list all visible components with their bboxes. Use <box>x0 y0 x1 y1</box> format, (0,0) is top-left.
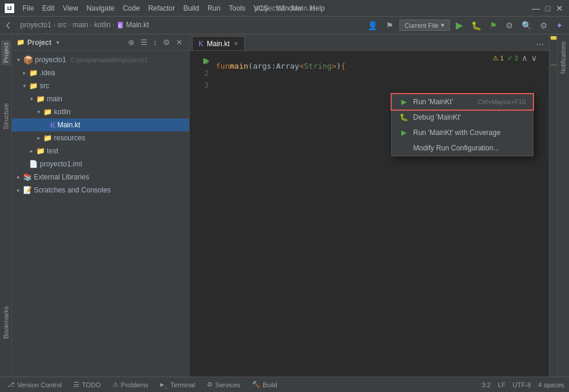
menu-file[interactable]: File <box>19 3 37 14</box>
unfold-all-icon[interactable]: ∨ <box>531 53 537 63</box>
tree-arrow-resources <box>36 135 41 141</box>
tree-label-idea: .idea <box>40 69 55 77</box>
tree-path-project: C:\programaskotlin\proyecto1 <box>71 57 148 63</box>
version-control-button[interactable]: ⎇ Version Control <box>5 380 64 390</box>
close-sidebar-icon[interactable]: ✕ <box>174 37 184 47</box>
menu-edit[interactable]: Edit <box>39 3 58 14</box>
services-button[interactable]: ⚙ Services <box>204 380 242 390</box>
warning-indicator <box>551 36 557 40</box>
kw-fun: fun <box>216 60 229 72</box>
close-button[interactable]: ✕ <box>555 4 564 13</box>
tree-item-main[interactable]: 📁 main <box>12 92 189 105</box>
breadcrumb-main[interactable]: main <box>73 21 88 29</box>
project-folder-icon: 📦 <box>23 55 33 65</box>
menu-run[interactable]: Run <box>204 3 224 14</box>
bookmarks-tab[interactable]: Bookmarks <box>1 304 11 341</box>
window-title: proyecto1 - Main.kt <box>254 4 315 12</box>
breadcrumb-project[interactable]: proyecto1 <box>20 21 52 29</box>
project-tab[interactable]: Project <box>1 40 11 65</box>
coverage-button[interactable]: ⚑ <box>487 20 500 31</box>
todo-button[interactable]: ☰ TODO <box>71 380 103 390</box>
kw-brace: { <box>341 60 346 72</box>
collapse-all-icon[interactable]: ☰ <box>139 37 149 47</box>
tree-item-iml[interactable]: 📄 proyecto1.iml <box>12 158 189 171</box>
gutter-run-button[interactable]: ▶ <box>200 54 212 66</box>
intellij-icon[interactable]: ✦ <box>554 20 565 31</box>
menu-build[interactable]: Build <box>180 3 203 14</box>
minimize-button[interactable]: — <box>531 4 541 13</box>
tree-item-kotlin[interactable]: 📁 kotlin <box>12 105 189 118</box>
iml-icon: 📄 <box>29 160 38 168</box>
menu-view[interactable]: View <box>59 3 82 14</box>
arrow-icon[interactable]: ⚑ <box>383 20 396 31</box>
encoding[interactable]: UTF-8 <box>513 381 531 388</box>
sidebar-header: 📁 Project ▾ ⊕ ☰ ↕ ⚙ ✕ <box>12 34 189 51</box>
menu-code[interactable]: Code <box>119 3 143 14</box>
kw-gt: > <box>332 60 337 72</box>
notifications-label[interactable]: Notifications <box>560 41 567 73</box>
maximize-button[interactable]: □ <box>543 4 552 13</box>
cursor-position[interactable]: 3:2 <box>482 381 491 388</box>
terminal-button[interactable]: ▶_ Terminal <box>158 380 197 390</box>
ctx-run-item[interactable]: ▶ Run 'MainKt' Ctrl+Mayús+F10 <box>392 94 533 110</box>
debug-button[interactable]: 🐛 <box>469 20 484 31</box>
tree-arrow-project <box>15 57 21 63</box>
error-badge: ✓ 3 <box>507 54 518 62</box>
nav-back-button[interactable] <box>4 20 18 31</box>
fold-all-icon[interactable]: ∧ <box>522 53 528 63</box>
problems-button[interactable]: ⚠ Problems <box>110 380 151 390</box>
ctx-run-shortcut: Ctrl+Mayús+F10 <box>478 98 526 105</box>
breadcrumb-kotlin[interactable]: kotlin <box>94 21 111 29</box>
ctx-coverage-item[interactable]: ▶ Run 'MainKt' with Coverage <box>392 125 533 140</box>
search-button[interactable]: 🔍 <box>519 20 534 31</box>
run-config-button[interactable]: ⚙ <box>503 20 516 31</box>
profile-icon[interactable]: 👤 <box>365 20 380 31</box>
scroll-indicator <box>551 64 557 66</box>
tree-label-test: test <box>47 147 58 155</box>
menu-refactor[interactable]: Refactor <box>145 3 178 14</box>
run-button[interactable]: ▶ <box>453 18 465 32</box>
tree-item-resources[interactable]: 📁 resources <box>12 131 189 144</box>
services-icon: ⚙ <box>207 381 213 388</box>
tree-item-project[interactable]: 📦 proyecto1 C:\programaskotlin\proyecto1 <box>12 53 189 66</box>
ctx-debug-label: Debug 'MainKt' <box>413 113 521 121</box>
build-button[interactable]: 🔨 Build <box>250 380 279 390</box>
tree-item-scratches[interactable]: 📝 Scratches and Consoles <box>12 184 189 197</box>
tree-label-src: src <box>40 82 49 90</box>
kw-colon: : <box>271 60 276 72</box>
tab-mainkt[interactable]: K Main.kt ✕ <box>192 36 245 50</box>
line-ending[interactable]: LF <box>498 381 506 388</box>
ctx-modify-item[interactable]: Modify Run Configuration... <box>392 140 533 156</box>
settings-button[interactable]: ⚙ <box>538 20 550 31</box>
tree-item-src[interactable]: 📁 src <box>12 79 189 92</box>
ctx-coverage-label: Run 'MainKt' with Coverage <box>413 128 521 137</box>
build-label: Build <box>263 381 277 388</box>
ctx-run-label: Run 'MainKt' <box>413 98 473 106</box>
ctx-modify-icon <box>399 143 408 153</box>
indent-style[interactable]: 4 spaces <box>538 381 564 388</box>
menu-navigate[interactable]: Navigate <box>83 3 118 14</box>
breadcrumb-src[interactable]: src <box>57 21 67 29</box>
tab-close-button[interactable]: ✕ <box>234 40 238 47</box>
sort-icon[interactable]: ↕ <box>152 37 159 47</box>
breadcrumb: proyecto1 › src › main › kotlin › KMain.… <box>20 21 149 30</box>
tree-item-idea[interactable]: 📁 .idea <box>12 66 189 79</box>
menu-tools[interactable]: Tools <box>225 3 249 14</box>
todo-icon: ☰ <box>73 381 79 388</box>
structure-tab[interactable]: Structure <box>1 101 11 132</box>
kw-string: String <box>304 60 332 72</box>
current-file-dropdown[interactable]: Current File ▾ <box>399 20 450 31</box>
locate-icon[interactable]: ⊕ <box>126 37 136 47</box>
kw-paren-close: ) <box>337 60 341 72</box>
ctx-debug-item[interactable]: 🐛 Debug 'MainKt' <box>392 110 533 125</box>
tree-item-extlibs[interactable]: 📚 External Libraries <box>12 171 189 184</box>
tree-item-test[interactable]: 📁 test <box>12 144 189 158</box>
folder-test-icon: 📁 <box>36 147 45 155</box>
breadcrumb-file[interactable]: KMain.kt <box>117 21 149 30</box>
tabs-settings-button[interactable]: ⋯ <box>533 38 546 50</box>
main-layout: Project Structure Bookmarks 📁 Project ▾ … <box>0 34 569 377</box>
bottom-bar: ⎇ Version Control ☰ TODO ⚠ Problems ▶_ T… <box>0 377 569 392</box>
kw-args-param: args <box>253 60 271 72</box>
settings-icon[interactable]: ⚙ <box>161 37 172 47</box>
tree-item-mainkt[interactable]: K Main.kt <box>12 118 189 131</box>
